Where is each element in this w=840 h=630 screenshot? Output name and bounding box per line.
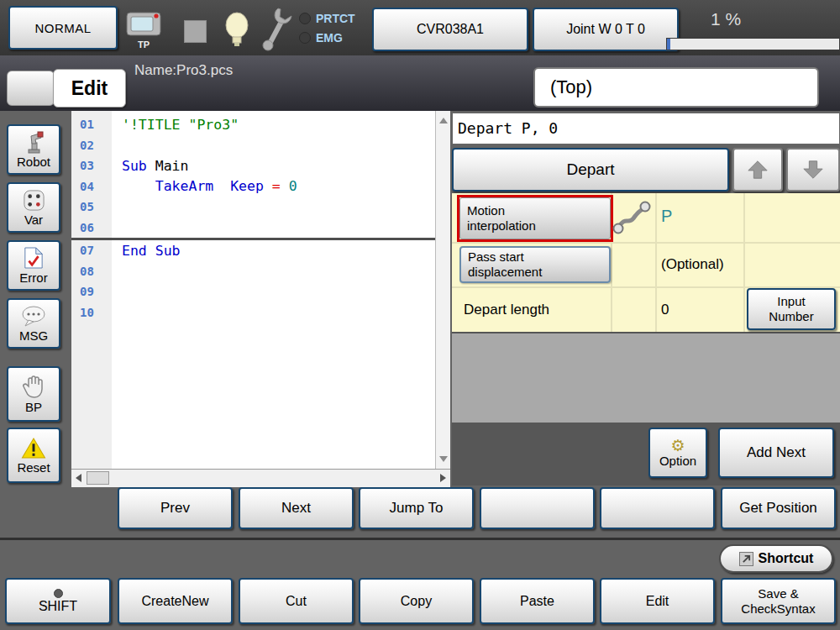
selection-highlight-border: Motion interpolation: [457, 195, 613, 242]
program-name-label: Name:Pro3.pcs: [134, 62, 233, 79]
jump-to-button[interactable]: Jump To: [359, 487, 474, 529]
sidebar-item-bp[interactable]: BP: [7, 366, 60, 422]
motion-interpolation-label: Motion interpolation: [467, 203, 558, 233]
prtct-indicator: PRTCT: [299, 12, 355, 25]
title-bar: Edit Name:Pro3.pcs (Top): [0, 55, 840, 111]
code-line: 04 TakeArm Keep = 0: [71, 176, 435, 197]
motion-path-icon: [612, 198, 652, 240]
lamp-icon: [223, 11, 250, 53]
input-number-label: Input Number: [764, 294, 818, 323]
blank-button[interactable]: [480, 487, 595, 529]
scrollbar-thumb[interactable]: [87, 471, 109, 485]
hierarchy-field[interactable]: (Top): [533, 67, 819, 108]
tab-edit[interactable]: Edit: [53, 69, 126, 108]
sidebar-item-label: Reset: [17, 460, 50, 475]
move-down-button[interactable]: [786, 148, 840, 192]
get-position-button[interactable]: Get Position: [721, 487, 836, 529]
code-line: 10: [71, 302, 435, 323]
motion-interpolation-button[interactable]: Motion interpolation: [459, 197, 611, 239]
warning-triangle-icon: [20, 437, 47, 459]
editor-vertical-scrollbar[interactable]: [435, 111, 450, 469]
copy-button[interactable]: Copy: [359, 578, 474, 624]
sidebar-item-var[interactable]: Var: [7, 182, 60, 233]
up-arrow-icon: [746, 159, 769, 181]
message-bubble-icon: [21, 305, 46, 328]
prtct-label: PRTCT: [316, 12, 355, 25]
depart-length-value: 0: [661, 302, 669, 318]
blank-button[interactable]: [600, 487, 715, 529]
speed-percent-label: 1 %: [687, 9, 764, 29]
tp-device-glyph: [125, 9, 162, 38]
create-new-button[interactable]: CreateNew: [118, 578, 233, 624]
speed-progress-bar: [666, 38, 840, 50]
line-number: 02: [71, 139, 112, 152]
sidebar-item-label: Error: [19, 270, 47, 285]
add-next-button[interactable]: Add Next: [718, 428, 834, 478]
code-line: 06: [71, 218, 435, 239]
emg-led-icon: [299, 32, 311, 44]
save-checksyntax-button[interactable]: Save & CheckSyntax: [721, 578, 836, 624]
editor-horizontal-scrollbar[interactable]: [71, 469, 450, 487]
tp-icon-label: TP: [124, 39, 163, 50]
table-grid-line: [743, 193, 745, 332]
coordinate-mode-button[interactable]: Joint W 0 T 0: [533, 8, 679, 51]
paste-button[interactable]: Paste: [480, 578, 595, 624]
scroll-down-arrow-icon[interactable]: [439, 456, 448, 462]
sidebar-item-label: MSG: [19, 328, 48, 343]
parameter-table: Motion interpolation P Pass start displa…: [452, 193, 840, 333]
teach-pendant-screen: NORMAL TP PRT: [0, 0, 840, 630]
scroll-up-arrow-icon[interactable]: [439, 118, 448, 123]
sidebar-item-label: BP: [25, 400, 42, 414]
pass-start-displacement-button[interactable]: Pass start displacement: [459, 246, 611, 283]
robot-arm-icon: [22, 130, 45, 154]
next-button[interactable]: Next: [239, 487, 354, 529]
shift-button[interactable]: SHIFT: [5, 578, 111, 624]
edit-button[interactable]: Edit: [600, 578, 715, 624]
code-line: 02: [71, 135, 435, 156]
depart-length-label: Depart length: [464, 302, 549, 318]
code-line: 03Sub Main: [71, 155, 435, 176]
line-number: 07: [71, 244, 112, 257]
controller-name-button[interactable]: CVR038A1: [372, 8, 528, 51]
code-line: 09: [71, 281, 435, 302]
line-number: 09: [71, 285, 112, 298]
panel-spacer: [452, 333, 840, 423]
error-document-icon: [24, 246, 44, 270]
table-grid-line: [452, 242, 840, 244]
prev-button[interactable]: Prev: [118, 487, 233, 529]
shortcut-icon: [739, 552, 753, 566]
code-line: 07End Sub: [71, 240, 435, 261]
line-number: 05: [71, 200, 112, 213]
shortcut-button[interactable]: Shortcut: [719, 544, 833, 573]
status-bar: NORMAL TP PRT: [0, 0, 840, 55]
mode-button[interactable]: NORMAL: [8, 6, 118, 50]
code-line: 01'!TITLE "Pro3": [71, 114, 435, 135]
option-button[interactable]: ⚙ Option: [648, 428, 707, 478]
sidebar-item-msg[interactable]: MSG: [7, 298, 60, 349]
sidebar-item-robot[interactable]: Robot: [7, 124, 60, 175]
sidebar-item-reset[interactable]: Reset: [7, 428, 60, 483]
pass-start-value: (Optional): [661, 256, 724, 273]
cut-button[interactable]: Cut: [239, 578, 354, 624]
input-number-button[interactable]: Input Number: [747, 288, 836, 330]
scroll-right-arrow-icon[interactable]: [440, 474, 446, 482]
interpolation-value: P: [661, 207, 672, 226]
code-text: End Sub: [112, 243, 181, 259]
emg-label: EMG: [316, 31, 343, 45]
line-number: 10: [71, 306, 112, 319]
wrench-icon: [257, 6, 294, 55]
scroll-left-arrow-icon[interactable]: [76, 474, 81, 482]
command-depart-button[interactable]: Depart: [452, 148, 729, 192]
program-code-editor[interactable]: 01'!TITLE "Pro3"0203Sub Main04 TakeArm K…: [71, 111, 435, 469]
code-line: 08: [71, 261, 435, 282]
line-number: 01: [71, 118, 112, 131]
shift-label: SHIFT: [39, 599, 77, 614]
tab-blank[interactable]: [7, 71, 55, 106]
statement-preview-field[interactable]: Depart P, 0: [452, 113, 840, 144]
code-line: 05: [71, 197, 435, 218]
code-text: TakeArm Keep = 0: [112, 178, 297, 194]
move-up-button[interactable]: [732, 148, 783, 192]
line-number: 03: [71, 159, 112, 172]
sidebar-item-error[interactable]: Error: [7, 240, 60, 291]
separator-line: [0, 538, 840, 540]
